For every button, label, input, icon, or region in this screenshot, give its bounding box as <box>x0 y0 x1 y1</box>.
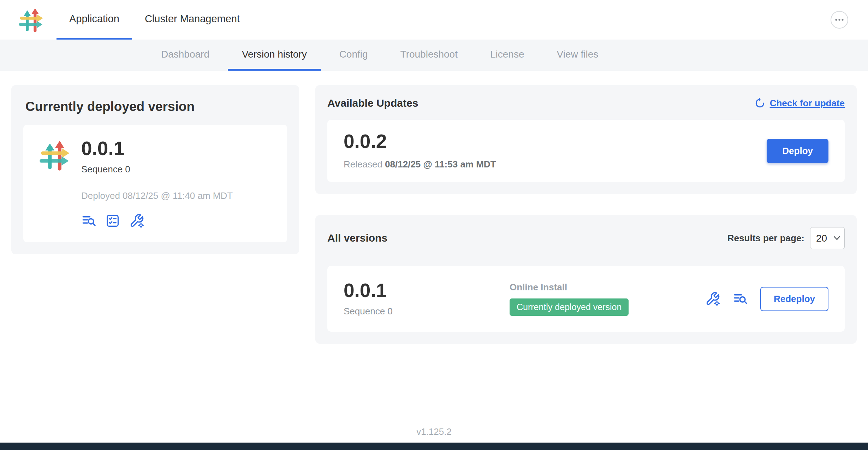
bottom-bar <box>0 443 868 450</box>
sub-nav: Dashboard Version history Config Trouble… <box>0 40 868 71</box>
check-for-update-label: Check for update <box>770 98 845 109</box>
version-row: 0.0.1 Sequence 0 Online Install Currentl… <box>327 266 845 332</box>
deployed-timestamp: Deployed 08/12/25 @ 11:40 am MDT <box>81 190 233 201</box>
version-row-actions: Redeploy <box>705 287 828 311</box>
available-updates-card: Available Updates Check for update 0.0.2… <box>315 85 857 194</box>
available-updates-title: Available Updates <box>327 97 418 109</box>
results-per-page-select[interactable]: 20 <box>810 227 845 249</box>
tab-cluster-management[interactable]: Cluster Management <box>132 0 252 40</box>
update-version-number: 0.0.2 <box>344 132 496 151</box>
tab-dashboard[interactable]: Dashboard <box>147 40 224 71</box>
top-nav: Application Cluster Management <box>0 0 868 40</box>
results-per-page-label: Results per page: <box>727 233 804 244</box>
tab-troubleshoot-label: Troubleshoot <box>400 49 458 60</box>
refresh-icon <box>754 97 766 109</box>
diff-icon[interactable] <box>733 291 748 306</box>
tab-dashboard-label: Dashboard <box>161 49 209 60</box>
right-column: Available Updates Check for update 0.0.2… <box>315 85 857 344</box>
diff-icon[interactable] <box>81 213 96 228</box>
deployed-version-panel: 0.0.1 Sequence 0 Deployed 08/12/25 @ 11:… <box>23 125 287 242</box>
top-nav-right <box>831 0 868 40</box>
more-menu-button[interactable] <box>831 11 848 29</box>
tab-license[interactable]: License <box>476 40 539 71</box>
row-version-number: 0.0.1 <box>344 281 510 300</box>
deployed-version-number: 0.0.1 <box>81 139 233 158</box>
tab-view-files[interactable]: View files <box>542 40 612 71</box>
tab-troubleshoot[interactable]: Troubleshoot <box>386 40 472 71</box>
update-info: 0.0.2 Released 08/12/25 @ 11:53 am MDT <box>344 132 496 170</box>
update-row: 0.0.2 Released 08/12/25 @ 11:53 am MDT D… <box>327 120 845 182</box>
app-logo-icon <box>18 7 44 33</box>
redeploy-button[interactable]: Redeploy <box>760 287 828 311</box>
currently-deployed-card: Currently deployed version <box>11 85 299 254</box>
app-logo-icon <box>39 139 71 171</box>
tab-config[interactable]: Config <box>325 40 382 71</box>
check-for-update-link[interactable]: Check for update <box>754 97 845 109</box>
ellipsis-icon <box>835 18 844 21</box>
row-sequence: Sequence 0 <box>344 306 510 317</box>
deploy-button[interactable]: Deploy <box>767 139 828 163</box>
released-date: 08/12/25 @ 11:53 am MDT <box>385 159 496 170</box>
tab-cluster-management-label: Cluster Management <box>145 13 240 25</box>
install-type: Online Install <box>510 282 629 293</box>
results-per-page: Results per page: 20 <box>727 227 845 249</box>
deployed-actions <box>81 213 233 228</box>
tab-version-history[interactable]: Version history <box>228 40 321 71</box>
main-content: Currently deployed version <box>11 85 857 344</box>
all-versions-title: All versions <box>327 232 387 244</box>
tab-view-files-label: View files <box>557 49 598 60</box>
currently-deployed-title: Currently deployed version <box>25 99 287 114</box>
deployed-version-info: 0.0.1 Sequence 0 Deployed 08/12/25 @ 11:… <box>81 139 233 228</box>
tab-version-history-label: Version history <box>242 49 307 60</box>
deployed-sequence: Sequence 0 <box>81 164 233 175</box>
released-prefix: Released <box>344 159 382 170</box>
all-versions-card: All versions Results per page: 20 0 <box>315 215 857 344</box>
tab-config-label: Config <box>339 49 368 60</box>
edit-config-icon[interactable] <box>705 291 720 306</box>
version-row-status: Online Install Currently deployed versio… <box>510 282 629 316</box>
tab-license-label: License <box>490 49 524 60</box>
results-per-page-select-wrap: 20 <box>810 227 845 249</box>
tab-application-label: Application <box>69 13 119 25</box>
version-row-info: 0.0.1 Sequence 0 <box>344 281 510 317</box>
deployed-status-badge: Currently deployed version <box>510 298 629 316</box>
preflight-checks-icon[interactable] <box>105 213 120 228</box>
footer-version-text: v1.125.2 <box>0 426 868 437</box>
update-released-line: Released 08/12/25 @ 11:53 am MDT <box>344 159 496 170</box>
edit-config-icon[interactable] <box>129 213 144 228</box>
tab-application[interactable]: Application <box>57 0 132 40</box>
